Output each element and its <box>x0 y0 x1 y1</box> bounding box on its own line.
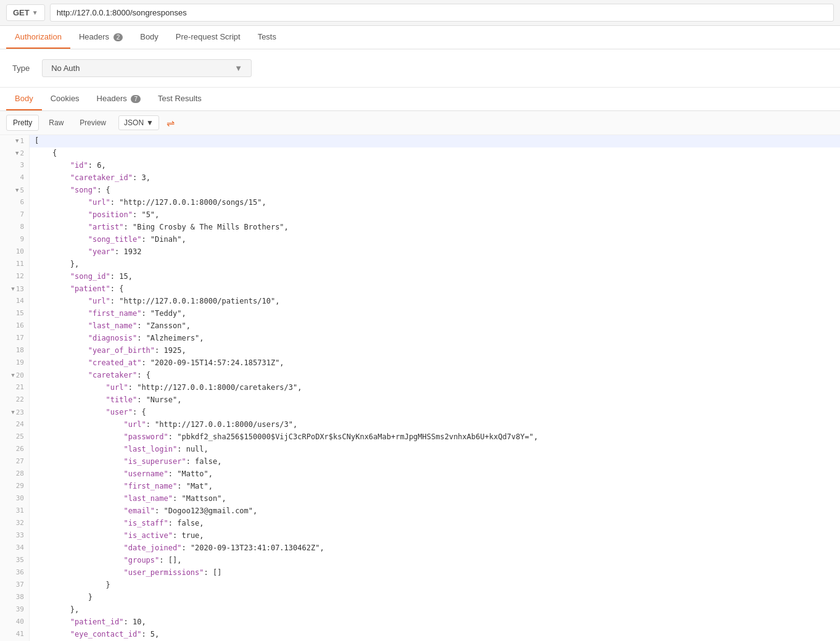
table-row: 28 "username": "Matto", <box>0 468 840 481</box>
table-row: 29 "first_name": "Mat", <box>0 481 840 493</box>
line-number: 7 <box>0 209 30 221</box>
line-content: "year_of_birth": 1925, <box>30 345 840 357</box>
collapse-arrow-icon[interactable]: ▼ <box>11 371 14 380</box>
line-number: 25 <box>0 431 30 444</box>
table-row: 8 "artist": "Bing Crosby & The Mills Bro… <box>0 221 840 234</box>
line-content: "url": "http://127.0.0.1:8000/patients/1… <box>30 296 840 308</box>
table-row: ▼23 "user": { <box>0 407 840 419</box>
collapse-arrow-icon[interactable]: ▼ <box>11 285 14 294</box>
line-number: 3 <box>0 160 30 172</box>
tab-headers[interactable]: Headers 2 <box>70 26 131 49</box>
auth-type-select[interactable]: No Auth ▼ <box>42 59 252 77</box>
line-content: "song_title": "Dinah", <box>30 234 840 246</box>
line-content: "diagnosis": "Alzheimers", <box>30 333 840 345</box>
collapse-arrow-icon[interactable]: ▼ <box>15 186 19 195</box>
line-number: ▼1 <box>0 135 30 147</box>
body-tab-preview[interactable]: Preview <box>73 115 112 130</box>
url-input[interactable] <box>50 4 834 22</box>
line-number: 27 <box>0 456 30 468</box>
line-number: 21 <box>0 382 30 394</box>
line-number: 18 <box>0 345 30 357</box>
line-number: 19 <box>0 357 30 370</box>
line-content: "last_name": "Zansson", <box>30 320 840 333</box>
line-number: ▼5 <box>0 184 30 197</box>
table-row: 19 "created_at": "2020-09-15T14:57:24.18… <box>0 357 840 370</box>
tab-cookies[interactable]: Cookies <box>42 88 88 110</box>
line-content: "is_staff": false, <box>30 518 840 530</box>
line-number: 9 <box>0 234 30 246</box>
line-content: "date_joined": "2020-09-13T23:41:07.1304… <box>30 542 840 555</box>
collapse-arrow-icon[interactable]: ▼ <box>11 408 14 417</box>
headers-badge: 2 <box>113 33 123 41</box>
line-content: "username": "Matto", <box>30 468 840 481</box>
response-tabs: Body Cookies Headers 7 Test Results <box>0 88 840 111</box>
line-number: 30 <box>0 493 30 505</box>
tab-body-req[interactable]: Body <box>131 26 167 49</box>
method-dropdown[interactable]: GET ▼ <box>6 4 45 21</box>
line-content: "caretaker_id": 3, <box>30 172 840 184</box>
line-number: 26 <box>0 444 30 456</box>
url-bar: GET ▼ <box>0 0 840 26</box>
line-number: 35 <box>0 555 30 567</box>
collapse-arrow-icon[interactable]: ▼ <box>15 137 19 146</box>
line-content: "url": "http://127.0.0.1:8000/songs/15", <box>30 197 840 209</box>
table-row: 32 "is_staff": false, <box>0 518 840 530</box>
body-toolbar: Pretty Raw Preview JSON ▼ ⇌ <box>0 111 840 135</box>
line-content: } <box>30 579 840 592</box>
table-row: 31 "email": "Dogoo123@gmail.com", <box>0 505 840 518</box>
table-row: 41 "eye_contact_id": 5, <box>0 629 840 641</box>
method-chevron-icon: ▼ <box>32 9 38 16</box>
tab-tests[interactable]: Tests <box>249 26 285 49</box>
table-row: 11 }, <box>0 258 840 271</box>
line-content: "is_active": true, <box>30 530 840 542</box>
line-content: "title": "Nurse", <box>30 394 840 407</box>
line-content: "email": "Dogoo123@gmail.com", <box>30 505 840 518</box>
table-row: 40 "patient_id": 10, <box>0 616 840 629</box>
auth-type-value: No Auth <box>51 64 80 73</box>
table-row: 14 "url": "http://127.0.0.1:8000/patient… <box>0 296 840 308</box>
line-number: 8 <box>0 221 30 234</box>
tab-authorization[interactable]: Authorization <box>6 26 70 49</box>
table-row: 15 "first_name": "Teddy", <box>0 308 840 320</box>
line-number: 39 <box>0 604 30 616</box>
line-number: 16 <box>0 320 30 333</box>
line-number: 6 <box>0 197 30 209</box>
tab-body-resp[interactable]: Body <box>6 88 42 110</box>
line-number: 40 <box>0 616 30 629</box>
tab-pre-request[interactable]: Pre-request Script <box>167 26 249 49</box>
body-tab-raw[interactable]: Raw <box>43 115 70 130</box>
line-content: "id": 6, <box>30 160 840 172</box>
resp-headers-badge: 7 <box>131 95 141 103</box>
collapse-arrow-icon[interactable]: ▼ <box>15 149 19 158</box>
table-row: 18 "year_of_birth": 1925, <box>0 345 840 357</box>
table-row: 27 "is_superuser": false, <box>0 456 840 468</box>
tab-test-results[interactable]: Test Results <box>149 88 210 110</box>
line-content: "last_name": "Mattson", <box>30 493 840 505</box>
code-view: ▼1[▼2 {3 "id": 6,4 "caretaker_id": 3,▼5 … <box>0 135 840 641</box>
line-content: "groups": [], <box>30 555 840 567</box>
auth-type-label: Type <box>12 64 30 73</box>
line-number: 4 <box>0 172 30 184</box>
line-content: "url": "http://127.0.0.1:8000/users/3", <box>30 419 840 431</box>
format-chevron-icon: ▼ <box>146 118 154 127</box>
table-row: ▼2 { <box>0 147 840 160</box>
line-content: }, <box>30 604 840 616</box>
line-number: 32 <box>0 518 30 530</box>
line-number: ▼23 <box>0 407 30 419</box>
line-number: 10 <box>0 246 30 258</box>
table-row: 12 "song_id": 15, <box>0 271 840 283</box>
table-row: 16 "last_name": "Zansson", <box>0 320 840 333</box>
line-number: 12 <box>0 271 30 283</box>
line-content: "patient_id": 10, <box>30 616 840 629</box>
auth-section: Type No Auth ▼ <box>0 49 840 88</box>
line-number: 29 <box>0 481 30 493</box>
format-select[interactable]: JSON ▼ <box>118 115 159 130</box>
wrap-lines-icon[interactable]: ⇌ <box>163 115 179 131</box>
line-content: "created_at": "2020-09-15T14:57:24.18573… <box>30 357 840 370</box>
line-content: "patient": { <box>30 283 840 296</box>
line-number: 34 <box>0 542 30 555</box>
line-content: "first_name": "Mat", <box>30 481 840 493</box>
tab-resp-headers[interactable]: Headers 7 <box>88 88 149 110</box>
line-number: 37 <box>0 579 30 592</box>
body-tab-pretty[interactable]: Pretty <box>6 115 39 131</box>
